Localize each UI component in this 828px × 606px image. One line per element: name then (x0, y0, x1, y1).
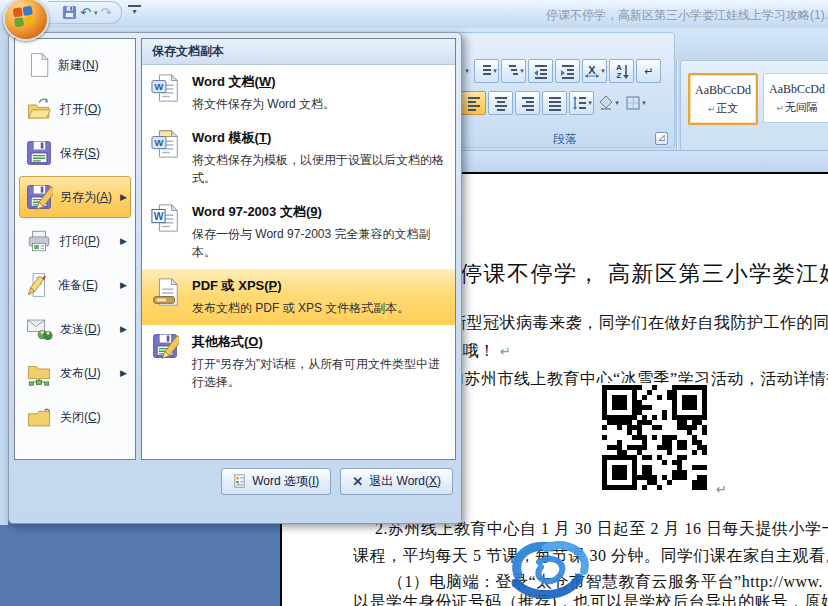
save-icon[interactable] (62, 5, 77, 20)
open-folder-icon (25, 96, 53, 122)
submenu-item-O[interactable]: 其他格式(O)打开“另存为”对话框，从所有可用文件类型中进行选择。 (142, 325, 455, 399)
submenu-item-description: 将文件保存为 Word 文档。 (192, 95, 335, 114)
submenu-arrow-icon: ▶ (120, 324, 127, 334)
justify-button[interactable] (542, 91, 567, 115)
align-center-button[interactable] (488, 91, 513, 115)
submenu-arrow-icon: ▶ (120, 192, 127, 202)
borders-button[interactable]: ▾ (623, 91, 648, 115)
office-menu-item-C[interactable]: 关闭(C) (19, 396, 131, 438)
paragraph-dialog-launcher-icon[interactable]: ◿ (655, 132, 668, 145)
submenu-arrow-icon: ▶ (120, 280, 127, 290)
numbering-button[interactable]: ▾ (474, 59, 499, 83)
paragraph-group: ▾ ▾ ▾ X▾ AZ ↵ ▾ ▾ ▾ 段落 ◿ (455, 32, 675, 148)
menu-item-label: 准备(E) (58, 277, 98, 294)
asian-layout-icon: X (584, 63, 600, 79)
menu-item-label: 另存为(A) (60, 189, 112, 206)
shading-button[interactable]: ▾ (596, 91, 621, 115)
paragraph-mark: ↵ (716, 482, 727, 497)
menu-item-label: 保存(S) (60, 145, 100, 162)
submenu-item-P[interactable]: PDF 或 XPS(P)发布文档的 PDF 或 XPS 文件格式副本。 (142, 269, 455, 325)
paragraph-group-label: 段落 (456, 131, 674, 148)
office-menu-item-P[interactable]: 打印(P)▶ (19, 220, 131, 262)
svg-text:X: X (589, 64, 597, 76)
style-name: ↵无间隔 (776, 100, 818, 115)
paragraph-row-2: ▾ ▾ ▾ (461, 91, 648, 115)
other-formats-icon (151, 332, 183, 366)
office-menu-item-O[interactable]: 打开(O) (19, 88, 131, 130)
undo-icon[interactable]: ↶ (80, 6, 91, 19)
menu-item-label: 关闭(C) (60, 409, 101, 426)
justify-icon (547, 95, 563, 111)
window-left-border (0, 28, 8, 525)
office-menu-item-A[interactable]: 另存为(A)▶ (19, 176, 131, 218)
undo-dropdown-icon[interactable]: ▾ (94, 9, 98, 17)
bullets-dropdown-icon[interactable]: ▾ (461, 59, 472, 83)
svg-text:W: W (155, 138, 164, 148)
office-menu-left-column: 新建(N)打开(O)保存(S)另存为(A)▶打印(P)▶准备(E)▶发送(D)▶… (14, 38, 136, 460)
svg-text:W: W (155, 82, 164, 92)
style-card-正文[interactable]: AaBbCcDd↵正文 (688, 73, 758, 125)
decrease-indent-icon (533, 63, 549, 79)
increase-indent-icon (560, 63, 576, 79)
word-doc-icon: W (151, 72, 183, 106)
printer-icon (25, 228, 53, 254)
align-left-button[interactable] (461, 91, 486, 115)
submenu-item-title: 其他格式(O) (192, 332, 447, 351)
document-paragraph: （1）电脑端：登录“太仓市智慧教育云服务平台”http://www. (388, 572, 823, 593)
style-name: ↵正文 (708, 101, 739, 116)
word-options-button[interactable]: Word 选项(I) (221, 468, 331, 495)
numbered-list-icon (476, 63, 492, 79)
submenu-item-description: 保存一份与 Word 97-2003 完全兼容的文档副本。 (192, 225, 447, 262)
publish-icon (25, 360, 53, 386)
increase-indent-button[interactable] (555, 59, 580, 83)
close-folder-icon (25, 404, 53, 430)
asian-layout-button[interactable]: X▾ (582, 59, 607, 83)
align-left-icon (466, 95, 482, 111)
menu-item-label: 发布(U) (60, 365, 101, 382)
shading-bucket-icon (598, 95, 614, 111)
submenu-item-title: Word 97-2003 文档(9) (192, 202, 447, 221)
submenu-item-9[interactable]: WWord 97-2003 文档(9)保存一份与 Word 97-2003 完全… (142, 195, 455, 269)
style-sample-text: AaBbCcDd (695, 83, 751, 98)
quick-access-toolbar: ↶▾ ↷ (48, 1, 122, 24)
office-menu-item-U[interactable]: 发布(U)▶ (19, 352, 131, 394)
align-center-icon (493, 95, 509, 111)
office-menu-footer: Word 选项(I) ✕退出 Word(X) (14, 466, 456, 496)
align-right-button[interactable] (515, 91, 540, 115)
submenu-item-T[interactable]: WWord 模板(T)将文档保存为模板，以便用于设置以后文档的格式。 (142, 121, 455, 195)
paragraph-mark-icon: ↵ (641, 63, 657, 79)
submenu-header: 保存文档副本 (142, 39, 455, 65)
prepare-icon (25, 271, 51, 299)
document-heading: 停课不停学， 高新区第三小学娄江娃线上学 (460, 259, 828, 289)
submenu-item-description: 将文档保存为模板，以便用于设置以后文档的格式。 (192, 151, 447, 188)
submenu-item-title: PDF 或 XPS(P) (192, 276, 409, 295)
menu-item-label: 打印(P) (60, 233, 100, 250)
office-menu-item-N[interactable]: 新建(N) (19, 44, 131, 86)
exit-x-icon: ✕ (352, 474, 363, 489)
office-logo-icon (13, 6, 36, 29)
style-card-无间隔[interactable]: AaBbCcDd↵无间隔 (763, 73, 828, 123)
customize-qat-icon[interactable]: ▾ (128, 5, 141, 16)
office-menu-item-D[interactable]: 发送(D)▶ (19, 308, 131, 350)
show-marks-button[interactable]: ↵ (636, 59, 661, 83)
save-as-submenu: 保存文档副本 WWord 文档(W)将文件保存为 Word 文档。WWord 模… (141, 38, 456, 460)
word-application-window: 停课不停学，高新区第三小学娄江娃线上学习攻略(1).docx - Micr ↶▾… (0, 0, 828, 606)
menu-item-label: 新建(N) (58, 57, 99, 74)
title-bar: 停课不停学，高新区第三小学娄江娃线上学习攻略(1).docx - Micr ↶▾… (0, 0, 828, 29)
decrease-indent-button[interactable] (528, 59, 553, 83)
svg-text:W: W (154, 211, 164, 222)
submenu-item-W[interactable]: WWord 文档(W)将文件保存为 Word 文档。 (142, 65, 455, 121)
styles-gallery: AaBbCcDd↵正文AaBbCcDd↵无间隔 (688, 73, 828, 125)
line-spacing-button[interactable]: ▾ (569, 91, 594, 115)
submenu-item-description: 打开“另存为”对话框，从所有可用文件类型中进行选择。 (192, 355, 447, 392)
swirl-logo-watermark (505, 538, 597, 600)
sort-button[interactable]: AZ (609, 59, 634, 83)
new-document-icon (25, 51, 51, 79)
multilevel-list-button[interactable]: ▾ (501, 59, 526, 83)
exit-word-label: 退出 Word(X) (369, 473, 441, 490)
submenu-item-title: Word 模板(T) (192, 128, 447, 147)
office-menu-item-S[interactable]: 保存(S) (19, 132, 131, 174)
office-menu-item-E[interactable]: 准备(E)▶ (19, 264, 131, 306)
exit-word-button[interactable]: ✕退出 Word(X) (340, 468, 453, 495)
save-floppy-icon (25, 139, 53, 167)
